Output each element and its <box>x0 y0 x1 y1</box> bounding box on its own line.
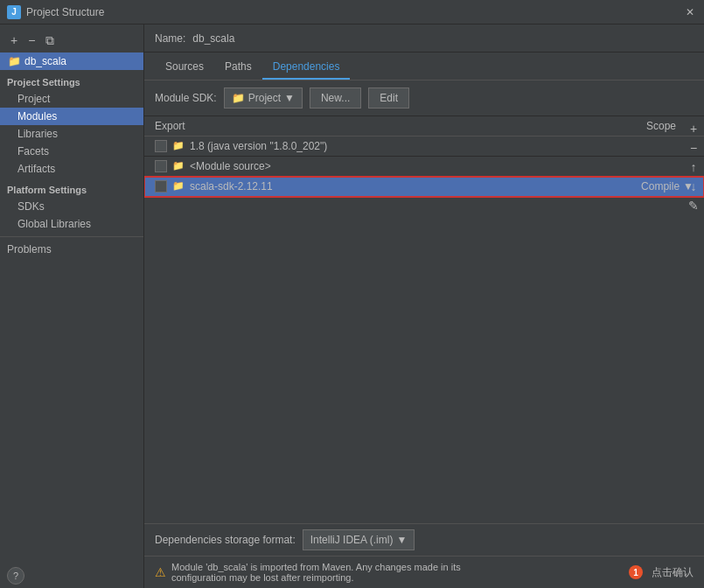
sidebar-item-libraries[interactable]: Libraries <box>0 125 143 143</box>
deps-edit-button[interactable]: ✎ <box>685 197 702 214</box>
storage-dropdown[interactable]: IntelliJ IDEA (.iml) ▼ <box>303 529 415 550</box>
close-button[interactable]: ✕ <box>683 5 697 19</box>
sdk-edit-button[interactable]: Edit <box>368 88 409 108</box>
sdk-project-label: Project <box>248 92 281 104</box>
title-bar-controls: ✕ <box>683 5 697 19</box>
confirm-text: 点击确认 <box>652 565 694 580</box>
module-name-value: db_scala <box>192 32 234 45</box>
tree-item-db-scala[interactable]: 📁 db_scala <box>0 52 143 70</box>
remove-module-button[interactable]: − <box>24 32 38 49</box>
tab-dependencies[interactable]: Dependencies <box>262 55 351 80</box>
sdk-label: Module SDK: <box>155 92 217 104</box>
table-row-scala-sdk[interactable]: 📁 scala-sdk-2.12.11 Compile ▼ <box>144 177 704 197</box>
table-row[interactable]: 📁 <Module source> <box>144 157 704 177</box>
row-checkbox[interactable] <box>155 180 167 192</box>
deps-content: Export Scope 📁 1.8 (java version "1.8.0_… <box>144 116 704 588</box>
sidebar-item-sdks[interactable]: SDKs <box>0 198 143 215</box>
title-bar: J Project Structure ✕ <box>0 0 704 24</box>
confirm-badge: 1 <box>629 565 643 579</box>
sdk-project-icon: 📁 <box>232 92 245 104</box>
row-folder-icon: 📁 <box>172 140 186 152</box>
tab-paths[interactable]: Paths <box>214 55 262 80</box>
deps-up-button[interactable]: ↑ <box>685 158 702 176</box>
tab-sources[interactable]: Sources <box>155 55 214 80</box>
warning-bar: ⚠ Module 'db_scala' is imported from Mav… <box>144 556 704 588</box>
sdk-new-button[interactable]: New... <box>310 88 361 108</box>
content-header: Name: db_scala <box>144 24 704 52</box>
copy-module-button[interactable]: ⧉ <box>42 32 58 50</box>
col-scope: Scope <box>589 120 676 132</box>
sidebar-item-modules[interactable]: Modules <box>0 108 143 125</box>
row-name: 1.8 (java version "1.8.0_202") <box>190 140 694 152</box>
row-folder-icon: 📁 <box>172 180 186 192</box>
row-folder-icon: 📁 <box>172 160 186 172</box>
sidebar-item-artifacts[interactable]: Artifacts <box>0 160 143 178</box>
sidebar-item-facets[interactable]: Facets <box>0 143 143 160</box>
tabs-bar: Sources Paths Dependencies <box>144 52 704 80</box>
tree-item-label: db_scala <box>24 55 66 67</box>
right-toolbar: + − ↑ ↓ ✎ <box>683 116 704 218</box>
sidebar-toolbar: + − ⧉ <box>0 28 143 52</box>
name-label: Name: <box>155 32 185 45</box>
main-container: + − ⧉ 📁 db_scala Project Settings Projec… <box>0 24 704 588</box>
app-icon: J <box>7 5 21 19</box>
content-area: Name: db_scala Sources Paths Dependencie… <box>144 24 704 588</box>
row-name: <Module source> <box>190 160 694 172</box>
deps-add-button[interactable]: + <box>685 120 702 137</box>
col-export: Export <box>155 120 207 132</box>
row-checkbox[interactable] <box>155 160 167 172</box>
project-settings-header: Project Settings <box>0 70 143 90</box>
module-sdk-bar: Module SDK: 📁 Project ▼ New... Edit <box>144 80 704 116</box>
sidebar-item-global-libraries[interactable]: Global Libraries <box>0 215 143 233</box>
title-bar-title: Project Structure <box>26 6 683 18</box>
platform-settings-header: Platform Settings <box>0 178 143 198</box>
sdk-dropdown[interactable]: 📁 Project ▼ <box>224 88 303 108</box>
warning-text: Module 'db_scala' is imported from Maven… <box>171 562 624 583</box>
folder-icon: 📁 <box>7 55 21 67</box>
sidebar-item-problems[interactable]: Problems <box>0 241 143 258</box>
storage-value: IntelliJ IDEA (.iml) <box>310 534 394 546</box>
sidebar-item-project[interactable]: Project <box>0 90 143 108</box>
sdk-dropdown-arrow: ▼ <box>284 92 295 104</box>
deps-table: Export Scope 📁 1.8 (java version "1.8.0_… <box>144 116 704 523</box>
deps-table-header: Export Scope <box>144 116 704 136</box>
storage-dropdown-arrow: ▼ <box>396 534 407 546</box>
deps-down-button[interactable]: ↓ <box>685 178 702 195</box>
row-name-scala: scala-sdk-2.12.11 <box>190 180 641 192</box>
warning-icon: ⚠ <box>155 565 166 579</box>
row-checkbox[interactable] <box>155 140 167 152</box>
deps-remove-button[interactable]: − <box>685 139 702 157</box>
storage-label: Dependencies storage format: <box>155 534 296 546</box>
sidebar: + − ⧉ 📁 db_scala Project Settings Projec… <box>0 24 144 588</box>
help-button[interactable]: ? <box>7 567 24 584</box>
add-module-button[interactable]: + <box>7 32 21 49</box>
storage-format-bar: Dependencies storage format: IntelliJ ID… <box>144 523 704 556</box>
table-row[interactable]: 📁 1.8 (java version "1.8.0_202") <box>144 136 704 157</box>
